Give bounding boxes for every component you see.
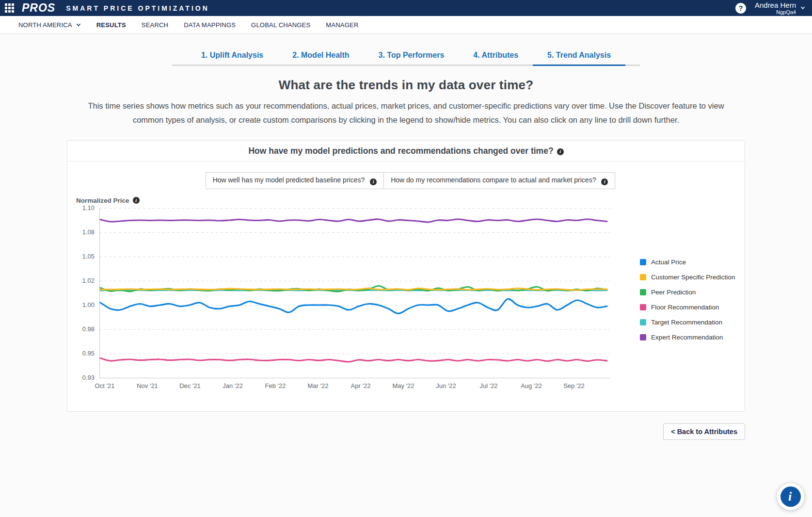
page-content: 1. Uplift Analysis2. Model Health3. Top … (0, 47, 812, 440)
card-header: How have my model predictions and recomm… (67, 141, 745, 162)
x-tick-label: Feb '22 (265, 382, 286, 389)
legend-item-target-recommendation[interactable]: Target Recommendation (640, 319, 735, 326)
legend-item-peer-prediction[interactable]: Peer Prediction (640, 289, 735, 296)
x-tick-label: Jun '22 (436, 382, 456, 389)
info-icon: i (780, 486, 801, 507)
page-description: This time series shows how metrics such … (79, 99, 733, 127)
user-org: NgpQa4 (755, 9, 796, 16)
app-launcher-icon[interactable] (5, 3, 14, 13)
x-tick-label: Jan '22 (223, 382, 243, 389)
help-icon[interactable]: ? (735, 3, 746, 14)
legend-label: Target Recommendation (651, 319, 722, 326)
page-title: What are the trends in my data over time… (0, 78, 812, 93)
card-title: How have my model predictions and recomm… (248, 146, 553, 156)
legend-swatch (640, 259, 646, 265)
chevron-down-icon (76, 22, 81, 27)
y-axis-ticks: 1.101.081.051.021.000.980.950.93 (76, 208, 99, 378)
question-button-how-do-my-recommendations-comp[interactable]: How do my recommendations compare to act… (383, 172, 615, 189)
user-name: Andrea Hern (755, 1, 796, 9)
legend-swatch (640, 274, 646, 280)
legend-item-actual-price[interactable]: Actual Price (640, 258, 735, 266)
main-nav: NORTH AMERICA RESULTSSEARCHDATA MAPPINGS… (0, 16, 812, 34)
chevron-down-icon (800, 5, 805, 10)
chart-legend: Actual PriceCustomer Specific Prediction… (640, 258, 735, 349)
card-body: How well has my model predicted baseline… (67, 162, 745, 411)
top-app-bar: PROS SMART PRICE OPTIMIZATION ? Andrea H… (0, 0, 812, 16)
back-to-attributes-button[interactable]: < Back to Attributes (663, 423, 745, 440)
trend-chart-card: How have my model predictions and recomm… (67, 140, 745, 412)
x-tick-label: Oct '21 (95, 382, 115, 389)
y-tick-label: 0.93 (82, 374, 95, 382)
info-icon[interactable]: i (557, 148, 564, 155)
info-icon: i (370, 178, 377, 185)
tab-1-uplift-analysis[interactable]: 1. Uplift Analysis (187, 47, 278, 66)
nav-item-manager[interactable]: MANAGER (326, 21, 358, 29)
nav-item-global-changes[interactable]: GLOBAL CHANGES (251, 21, 310, 29)
question-label: How well has my model predicted baseline… (213, 176, 366, 184)
y-tick-label: 1.10 (82, 204, 95, 212)
legend-swatch (640, 289, 646, 295)
legend-swatch (640, 304, 646, 310)
x-tick-label: Sep '22 (563, 382, 585, 389)
y-tick-label: 1.05 (82, 253, 95, 260)
nav-items: RESULTSSEARCHDATA MAPPINGSGLOBAL CHANGES… (96, 21, 359, 29)
y-tick-label: 1.02 (82, 277, 95, 285)
region-selector[interactable]: NORTH AMERICA (18, 21, 81, 29)
question-label: How do my recommendations compare to act… (391, 176, 598, 184)
tab-3-top-performers[interactable]: 3. Top Performers (364, 47, 459, 66)
app-title: SMART PRICE OPTIMIZATION (66, 4, 209, 12)
x-tick-label: Apr '22 (351, 382, 371, 389)
nav-item-data-mappings[interactable]: DATA MAPPINGS (184, 21, 236, 29)
legend-label: Floor Recommendation (651, 304, 719, 311)
info-icon[interactable]: i (133, 197, 140, 204)
nav-item-search[interactable]: SEARCH (142, 21, 168, 29)
legend-label: Actual Price (651, 258, 686, 266)
series-line-customer-specific-prediction[interactable] (100, 288, 607, 290)
legend-item-floor-recommendation[interactable]: Floor Recommendation (640, 304, 735, 311)
y-tick-label: 0.98 (82, 325, 95, 333)
tab-4-attributes[interactable]: 4. Attributes (459, 47, 533, 66)
y-axis-title: Normalized Price (76, 197, 129, 204)
help-glyph: ? (739, 4, 743, 12)
x-tick-label: Dec '21 (179, 382, 201, 389)
discover-question-buttons: How well has my model predicted baseline… (206, 172, 616, 189)
series-line-floor-recommendation[interactable] (100, 358, 607, 362)
y-tick-label: 1.00 (82, 301, 95, 309)
legend-label: Peer Prediction (651, 289, 696, 296)
question-button-how-well-has-my-model-predicte[interactable]: How well has my model predicted baseline… (206, 172, 384, 189)
y-tick-label: 0.95 (82, 350, 95, 357)
legend-label: Customer Specific Prediction (651, 274, 735, 281)
x-tick-label: May '22 (392, 382, 414, 389)
chart-area: 1.101.081.051.021.000.980.950.93 Oct '21… (76, 208, 745, 395)
legend-item-expert-recommendation[interactable]: Expert Recommendation (640, 334, 735, 341)
pros-logo: PROS (22, 2, 55, 14)
x-tick-label: Mar '22 (308, 382, 329, 389)
nav-item-results[interactable]: RESULTS (96, 21, 126, 29)
series-line-expert-recommendation[interactable] (100, 219, 607, 222)
y-tick-label: 1.08 (82, 228, 95, 236)
floating-info-button[interactable]: i (777, 483, 804, 510)
x-tick-label: Aug '22 (521, 382, 542, 389)
plot-svg (99, 208, 610, 378)
legend-swatch (640, 334, 646, 340)
x-tick-label: Jul '22 (479, 382, 497, 389)
series-line-actual-price[interactable] (100, 299, 607, 313)
x-tick-label: Nov '21 (137, 382, 158, 389)
region-label: NORTH AMERICA (18, 21, 72, 29)
info-icon: i (601, 178, 608, 185)
legend-swatch (640, 319, 646, 325)
y-axis-title-row: Normalized Pricei (76, 197, 745, 204)
user-menu[interactable]: Andrea Hern NgpQa4 (755, 1, 805, 16)
legend-label: Expert Recommendation (651, 334, 723, 341)
time-series-plot[interactable]: Oct '21Nov '21Dec '21Jan '22Feb '22Mar '… (99, 208, 610, 395)
tab-5-trend-analysis[interactable]: 5. Trend Analysis (533, 47, 625, 66)
legend-item-customer-specific-prediction[interactable]: Customer Specific Prediction (640, 274, 735, 281)
results-tabs: 1. Uplift Analysis2. Model Health3. Top … (172, 47, 640, 66)
tab-2-model-health[interactable]: 2. Model Health (278, 47, 364, 66)
